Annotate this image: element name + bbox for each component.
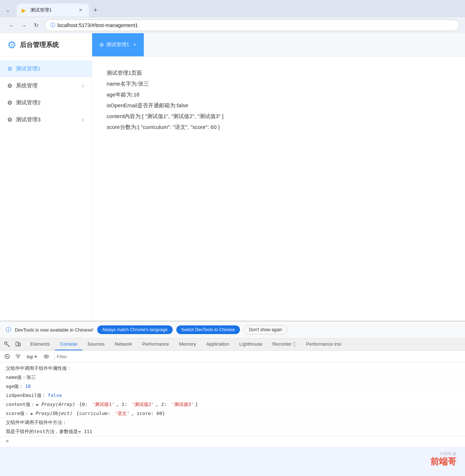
sidebar-item-test2[interactable]: ⚙ 测试管理2	[0, 94, 92, 111]
tab-memory[interactable]: Memory	[174, 338, 201, 350]
refresh-button[interactable]: ↻	[30, 20, 42, 31]
browser-tab[interactable]: ▶ 测试管理1 ✕	[17, 4, 89, 17]
new-tab-button[interactable]: +	[90, 5, 100, 15]
svg-rect-1	[16, 342, 18, 346]
devtools-prompt-area: >	[0, 436, 465, 445]
tab-close-button[interactable]: ✕	[77, 7, 84, 13]
main-content: 测试管理1页面 name名字为:张三 age年龄为:18 isOpenEmail…	[92, 57, 465, 321]
sidebar-item-test3[interactable]: ⚙ 测试管理3 ∨	[0, 111, 92, 128]
content-line-4: content内容为:[ "测试值1", "测试值2", "测试值3" ]	[107, 111, 451, 122]
console-line-6: 父组件中调用子组件中方法：	[0, 418, 465, 427]
match-language-button[interactable]: Always match Chrome's language	[97, 325, 173, 334]
console-value-3: false	[48, 393, 62, 398]
tab-menu-button[interactable]: ⌄	[3, 5, 13, 15]
console-prefix-2: age值：	[6, 383, 23, 390]
back-button[interactable]: ←	[6, 20, 17, 31]
app-active-tab[interactable]: ⚙ 测试管理1 ✕	[92, 33, 144, 56]
tab-title: 测试管理1	[30, 7, 74, 13]
info-icon: ⓘ	[6, 326, 11, 333]
sidebar-label-system: 系统管理	[16, 82, 78, 89]
sidebar-label-test2: 测试管理2	[16, 99, 85, 106]
devtools-console-output: 父组件中调用子组件中属性值： name值：张三 age值： 18 isOpenE…	[0, 363, 465, 447]
sidebar-arrow-system: ∨	[81, 83, 85, 88]
context-selector[interactable]: top ▼	[25, 353, 40, 360]
forward-button[interactable]: →	[18, 20, 30, 31]
console-text-6: 父组件中调用子组件中方法：	[6, 419, 67, 426]
console-line-5: score值： ▶ Proxy(Object) {curriculum: '语文…	[0, 409, 465, 418]
app-tab-close[interactable]: ✕	[133, 42, 137, 47]
tab-application[interactable]: Application	[201, 338, 234, 350]
expand-arrow-5[interactable]: ▶	[31, 411, 33, 416]
filter-button[interactable]	[14, 352, 22, 361]
app-body: ⚙ 测试管理1 ⚙ 系统管理 ∨ ⚙ 测试管理2 ⚙ 测试管理3 ∨ 测试管理1…	[0, 57, 465, 321]
tab-network[interactable]: Network	[110, 338, 137, 350]
console-text-1: name值：张三	[6, 374, 36, 381]
switch-chinese-button[interactable]: Switch DevTools to Chinese	[176, 325, 240, 334]
devtools-notification: ⓘ DevTools is now available in Chinese! …	[0, 321, 465, 338]
dismiss-button[interactable]: Don't show again	[244, 325, 288, 334]
device-toolbar-button[interactable]	[13, 339, 23, 350]
watermark-sub: CSDN @	[430, 451, 456, 456]
app-logo-text: 后台管理系统	[20, 40, 59, 49]
console-prefix-5: score值：	[6, 410, 29, 417]
app-header: ⚙ 后台管理系统 ⚙ 测试管理1 ✕	[0, 33, 465, 57]
sidebar-arrow-test3: ∨	[81, 117, 85, 122]
app-logo-icon: ⚙	[7, 39, 16, 51]
tab-sources[interactable]: Sources	[82, 338, 110, 350]
tab-perf-insights[interactable]: Performance insi	[301, 338, 346, 350]
devtools-panel: ⓘ DevTools is now available in Chinese! …	[0, 321, 465, 447]
tab-elements[interactable]: Elements	[25, 338, 55, 350]
content-line-2: age年龄为:18	[107, 89, 451, 100]
expand-arrow-4[interactable]: ▶	[36, 402, 39, 407]
console-rest-4: {0:	[76, 402, 90, 407]
app-tabs-area: ⚙ 测试管理1 ✕	[92, 33, 465, 56]
console-prefix-4: content值：	[6, 401, 35, 408]
console-text-7: 我是子组件的test方法，参数值是= 111	[6, 428, 92, 435]
sidebar-icon-system: ⚙	[7, 82, 12, 89]
url-input-wrap[interactable]: ⓘ localhost:5173/#/test-management1	[45, 20, 459, 31]
devtools-console-toolbar: top ▼	[0, 351, 465, 363]
console-value-2: 18	[25, 384, 31, 389]
content-line-1: name名字为:张三	[107, 78, 451, 89]
sidebar-icon-test3: ⚙	[7, 116, 12, 123]
svg-rect-2	[19, 343, 20, 346]
console-type-4: Proxy(Array)	[41, 402, 75, 407]
devtools-tab-icons	[0, 339, 25, 350]
sidebar-label-test1: 测试管理1	[16, 65, 85, 72]
sidebar: ⚙ 测试管理1 ⚙ 系统管理 ∨ ⚙ 测试管理2 ⚙ 测试管理3 ∨	[0, 57, 92, 321]
nav-buttons: ← → ↻	[6, 20, 42, 31]
tab-console[interactable]: Console	[55, 338, 82, 350]
content-line-5: score分数为:{ "curriculum": "语文", "score": …	[107, 122, 451, 133]
app-container: ⚙ 后台管理系统 ⚙ 测试管理1 ✕ ⚙ 测试管理1 ⚙ 系统管理 ∨ ⚙ 测	[0, 33, 465, 321]
url-text: localhost:5173/#/test-management1	[57, 22, 454, 28]
security-icon: ⓘ	[50, 22, 55, 29]
clear-console-button[interactable]	[3, 352, 12, 361]
context-label: top	[27, 354, 33, 359]
console-line-1: name值：张三	[0, 373, 465, 382]
console-line-0: 父组件中调用子组件中属性值：	[0, 364, 465, 373]
eye-button[interactable]	[42, 352, 51, 361]
inspect-element-button[interactable]	[2, 339, 12, 350]
sidebar-item-test1[interactable]: ⚙ 测试管理1	[0, 60, 92, 77]
tab-recorder[interactable]: Recorder ⌶	[267, 338, 301, 350]
sidebar-label-test3: 测试管理3	[16, 116, 78, 123]
app-tab-title: 测试管理1	[106, 42, 129, 48]
devtools-tabs: Elements Console Sources Network Perform…	[0, 338, 465, 351]
watermark-area: CSDN @ 前端哥	[430, 451, 456, 467]
svg-rect-0	[5, 342, 7, 344]
tab-performance[interactable]: Performance	[137, 338, 174, 350]
app-tab-icon: ⚙	[99, 42, 104, 48]
console-rest-5: {curriculum:	[74, 411, 113, 416]
console-text-0: 父组件中调用子组件中属性值：	[6, 365, 72, 372]
console-filter-input[interactable]	[54, 353, 462, 360]
svg-point-6	[46, 356, 47, 357]
sidebar-icon-test1: ⚙	[7, 65, 12, 72]
sidebar-item-system[interactable]: ⚙ 系统管理 ∨	[0, 77, 92, 94]
console-line-3: isOpenEmail值： false	[0, 391, 465, 400]
address-bar: ← → ↻ ⓘ localhost:5173/#/test-management…	[0, 17, 465, 33]
notification-text: DevTools is now available in Chinese!	[15, 327, 94, 333]
tab-lighthouse[interactable]: Lighthouse	[234, 338, 267, 350]
tab-favicon: ▶	[22, 7, 27, 13]
console-line-7: 我是子组件的test方法，参数值是= 111	[0, 427, 465, 436]
console-line-2: age值： 18	[0, 382, 465, 391]
